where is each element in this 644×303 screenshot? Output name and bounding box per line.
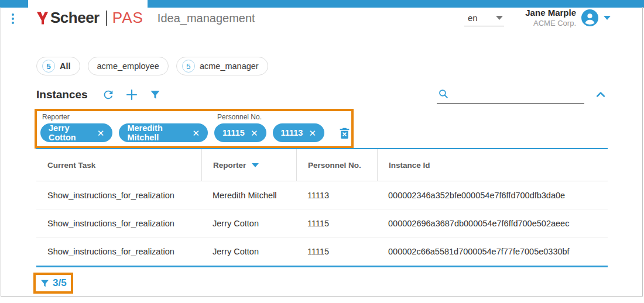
column-header-personnel-no[interactable]: Personnel No.	[296, 149, 377, 181]
cell-reporter: Jerry Cotton	[201, 219, 296, 228]
filter-button[interactable]	[148, 87, 163, 102]
logo-divider	[106, 11, 107, 26]
filter-icon	[40, 278, 50, 288]
filter-chip-11115[interactable]: 11115 ✕	[214, 123, 266, 142]
page-title: Idea_management	[157, 11, 255, 25]
chevron-down-icon	[604, 16, 611, 20]
table-body: Show_instructions_for_realization Meredi…	[36, 181, 608, 266]
collapse-panel-button[interactable]	[594, 88, 608, 102]
cell-personnel-no: 11115	[296, 247, 377, 256]
close-icon[interactable]: ✕	[192, 129, 200, 137]
role-filter-tabs: 5 All acme_employee 5 acme_manager	[36, 57, 268, 75]
search-input[interactable]	[453, 89, 583, 98]
search-field	[437, 86, 584, 104]
cell-personnel-no: 11113	[296, 191, 377, 200]
close-icon[interactable]: ✕	[97, 129, 105, 137]
refresh-icon	[102, 88, 115, 101]
role-tab-label: All	[60, 61, 71, 71]
brand-name: Scheer	[50, 9, 100, 27]
count-badge: 5	[42, 60, 55, 73]
role-tab-acme-manager[interactable]: 5 acme_manager	[176, 57, 268, 75]
filter-group-label-reporter: Reporter	[42, 113, 70, 121]
delete-filters-icon	[338, 126, 351, 140]
kebab-menu-icon[interactable]	[12, 13, 14, 24]
filter-chips: Jerry Cotton ✕ Meredith Mitchell ✕ 11115…	[40, 123, 351, 142]
cell-reporter: Meredith Mitchell	[201, 191, 296, 200]
filtered-count-text: 3/5	[53, 277, 67, 289]
app-window: Scheer PAS Idea_management en Jane Marpl…	[0, 0, 644, 303]
chevron-down-icon	[496, 16, 503, 20]
chip-label: 11115	[222, 128, 245, 137]
clear-all-filters-button[interactable]	[338, 126, 351, 140]
plus-icon	[125, 88, 139, 102]
cell-reporter: Jerry Cotton	[201, 247, 296, 256]
table-bottom-border	[36, 266, 608, 267]
header-logo: Scheer PAS Idea_management	[36, 9, 255, 27]
count-badge: 5	[182, 60, 195, 73]
filter-chip-11113[interactable]: 11113 ✕	[273, 123, 325, 142]
section-title: Instances	[36, 88, 88, 101]
role-tab-label: acme_manager	[200, 61, 259, 71]
language-value: en	[468, 13, 478, 23]
close-icon[interactable]: ✕	[251, 129, 258, 137]
table-header-row: Current Task Reporter Personnel No. Inst…	[36, 149, 608, 181]
search-icon	[438, 88, 449, 99]
language-select[interactable]: en	[464, 11, 504, 26]
brand-suffix: PAS	[112, 9, 143, 27]
sort-descending-icon	[252, 163, 259, 167]
role-tab-all[interactable]: 5 All	[36, 57, 80, 75]
filter-chip-jerry-cotton[interactable]: Jerry Cotton ✕	[40, 123, 112, 142]
add-instance-button[interactable]	[124, 87, 139, 102]
column-header-current-task[interactable]: Current Task	[36, 149, 201, 181]
user-name: Jane Marple	[525, 8, 576, 19]
user-organization: ACME Corp.	[525, 19, 576, 28]
user-menu[interactable]: Jane Marple ACME Corp.	[525, 8, 611, 28]
cell-current-task: Show_instructions_for_realization	[36, 191, 201, 200]
role-tab-acme-employee[interactable]: acme_employee	[88, 57, 169, 75]
chevron-up-icon	[595, 89, 607, 101]
cell-instance-id: 000002346a352bfe000054e7f6ffd700dfb3da0e	[377, 191, 608, 200]
filter-icon	[149, 89, 161, 101]
chip-label: 11113	[281, 128, 303, 137]
cell-current-task: Show_instructions_for_realization	[36, 247, 201, 256]
table-row[interactable]: Show_instructions_for_realization Jerry …	[36, 209, 608, 237]
cell-personnel-no: 11115	[296, 219, 377, 228]
cell-instance-id: 000002696a3687db000054e7f6ffd700e502aeec	[377, 219, 608, 228]
instances-toolbar: Instances	[36, 84, 608, 105]
cell-instance-id: 000002c66a5581d7000054e7f77fe7005e0330bf	[377, 247, 608, 256]
chip-label: Meredith Mitchell	[127, 123, 186, 142]
avatar-icon	[581, 9, 598, 26]
scheer-logo-icon	[36, 11, 49, 25]
active-filters-highlight: Reporter Personnel No. Jerry Cotton ✕ Me…	[35, 109, 354, 149]
chip-label: Jerry Cotton	[49, 123, 91, 142]
filtered-count-badge[interactable]: 3/5	[33, 273, 73, 294]
filter-group-label-personnel: Personnel No.	[217, 113, 262, 121]
table-row[interactable]: Show_instructions_for_realization Meredi…	[36, 181, 608, 209]
role-tab-label: acme_employee	[97, 61, 159, 71]
browser-tab-notch	[28, 0, 148, 8]
table-row[interactable]: Show_instructions_for_realization Jerry …	[36, 237, 608, 266]
refresh-button[interactable]	[101, 87, 116, 102]
column-header-reporter[interactable]: Reporter	[201, 149, 296, 181]
cell-current-task: Show_instructions_for_realization	[36, 219, 201, 228]
filter-chip-meredith-mitchell[interactable]: Meredith Mitchell ✕	[119, 123, 208, 142]
column-header-instance-id[interactable]: Instance Id	[377, 149, 608, 181]
close-icon[interactable]: ✕	[309, 129, 316, 137]
window-topbar	[0, 0, 644, 8]
